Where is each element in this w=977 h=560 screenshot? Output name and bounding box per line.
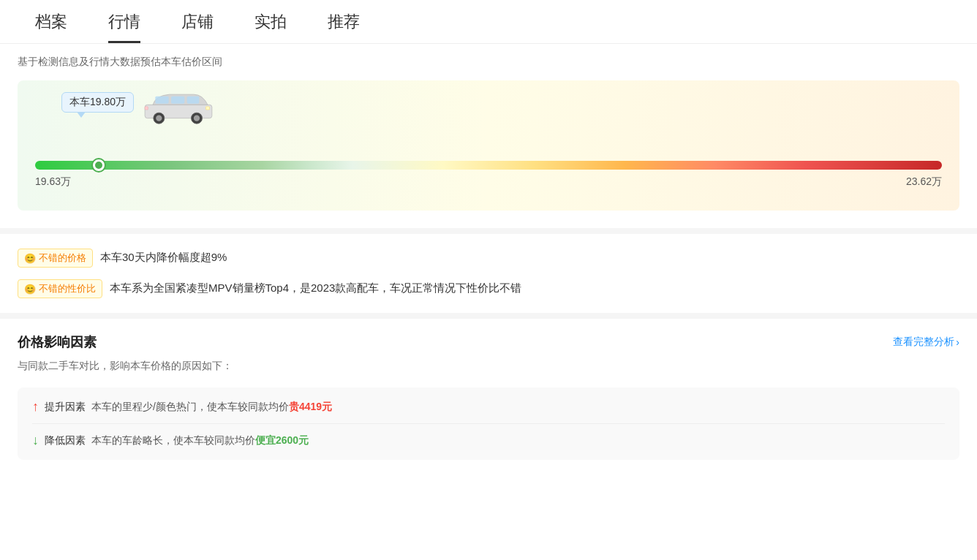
price-factors-title: 价格影响因素 [18,333,97,351]
view-full-analysis-link[interactable]: 查看完整分析 › [893,336,959,349]
factor-desc-text-down: 本车的车龄略长，使本车较同款均价 [91,434,255,446]
nav-item-shipai[interactable]: 实拍 [234,0,307,43]
nav-item-dianpu[interactable]: 店铺 [161,0,234,43]
smile-icon-1: 😊 [24,253,36,264]
factor-desc-up: 本车的里程少/颜色热门，使本车较同款均价贵4419元 [91,401,332,414]
price-factors-description: 与同款二手车对比，影响本车价格的原因如下： [18,360,959,373]
tag-text-value: 本车系为全国紧凑型MPV销量榜Top4，是2023款高配车，车况正常情况下性价比… [110,279,521,297]
tag-row-price: 😊 不错的价格 本车30天内降价幅度超9% [18,249,959,268]
factor-row-up: ↑ 提升因素 本车的里程少/颜色热门，使本车较同款均价贵4419元 [32,399,945,424]
car-image [142,88,215,128]
price-estimation-subtitle: 基于检测信息及行情大数据预估本车估价区间 [18,56,959,69]
price-bar-container: 本车19.80万 [18,80,959,211]
tag-badge-price: 😊 不错的价格 [18,249,93,268]
nav-item-hangqing[interactable]: 行情 [88,0,161,43]
factors-container: ↑ 提升因素 本车的里程少/颜色热门，使本车较同款均价贵4419元 ↓ 降低因素… [18,387,959,460]
factor-label-up: 提升因素 [45,401,86,414]
factor-amount-down: 便宜2600元 [255,434,309,446]
price-estimation-section: 基于检测信息及行情大数据预估本车估价区间 本车19.80万 [0,44,977,228]
arrow-down-icon: ↓ [32,433,39,448]
svg-rect-5 [145,107,148,110]
svg-rect-4 [206,107,210,110]
factor-desc-down: 本车的车龄略长，使本车较同款均价便宜2600元 [91,434,309,447]
tag-row-value: 😊 不错的性价比 本车系为全国紧凑型MPV销量榜Top4，是2023款高配车，车… [18,279,959,298]
price-factors-section: 价格影响因素 查看完整分析 › 与同款二手车对比，影响本车价格的原因如下： ↑ … [0,319,977,474]
price-min-label: 19.63万 [35,175,71,189]
nav-item-tuijian[interactable]: 推荐 [307,0,380,43]
factor-row-down: ↓ 降低因素 本车的车龄略长，使本车较同款均价便宜2600元 [32,424,945,448]
svg-rect-1 [155,97,168,104]
chevron-right-icon: › [956,336,959,348]
price-max-label: 23.62万 [906,175,942,189]
price-factors-header: 价格影响因素 查看完整分析 › [18,333,959,351]
top-navigation: 档案 行情 店铺 实拍 推荐 [0,0,977,44]
factor-label-down: 降低因素 [45,434,86,447]
arrow-up-icon: ↑ [32,399,39,415]
tags-section: 😊 不错的价格 本车30天内降价幅度超9% 😊 不错的性价比 本车系为全国紧凑型… [0,234,977,313]
svg-rect-3 [187,97,200,104]
factor-amount-up: 贵4419元 [289,401,332,412]
view-full-analysis-text: 查看完整分析 [893,336,954,349]
price-labels: 19.63万 23.62万 [35,175,942,189]
tag-label-value: 不错的性价比 [39,282,96,295]
tag-badge-value: 😊 不错的性价比 [18,279,102,298]
tag-text-price: 本车30天内降价幅度超9% [100,249,227,266]
nav-item-dangan[interactable]: 档案 [15,0,88,43]
car-price-label: 本车19.80万 [61,92,134,113]
gradient-bar-wrapper: 19.63万 23.62万 [35,161,942,189]
price-indicator-dot [93,159,105,171]
factor-desc-text-up: 本车的里程少/颜色热门，使本车较同款均价 [91,401,289,412]
svg-point-9 [194,116,200,121]
main-content: 基于检测信息及行情大数据预估本车估价区间 本车19.80万 [0,44,977,474]
smile-icon-2: 😊 [24,284,36,295]
price-gradient-bar [35,161,942,170]
tag-label-price: 不错的价格 [39,251,86,265]
svg-rect-2 [171,97,184,104]
svg-point-7 [156,116,162,121]
